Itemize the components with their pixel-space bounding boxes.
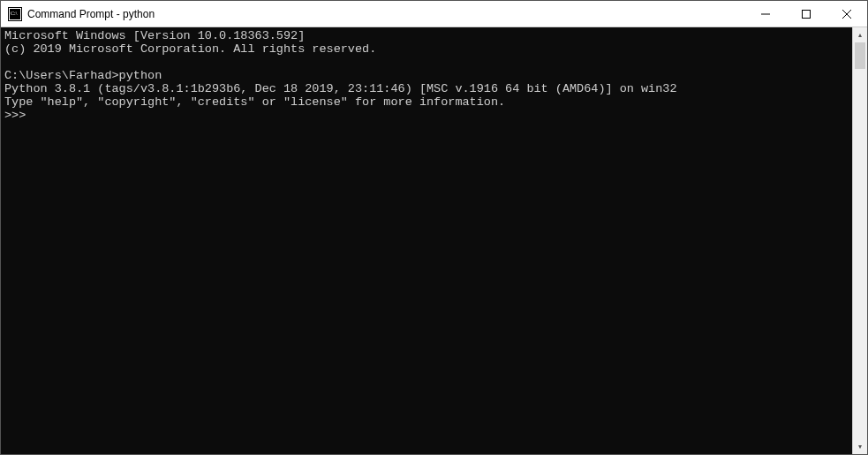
maximize-button[interactable] (786, 1, 826, 27)
close-button[interactable] (826, 1, 867, 27)
vertical-scrollbar[interactable]: ▴ ▾ (852, 27, 867, 454)
scroll-track[interactable] (853, 42, 867, 439)
terminal-line: (c) 2019 Microsoft Corporation. All righ… (4, 42, 376, 56)
terminal-line: C:\Users\Farhad>python (4, 69, 162, 82)
terminal-area: Microsoft Windows [Version 10.0.18363.59… (1, 27, 867, 454)
terminal-line: Microsoft Windows [Version 10.0.18363.59… (4, 29, 305, 42)
scroll-down-arrow-icon[interactable]: ▾ (853, 439, 867, 454)
command-prompt-window: C:\ Command Prompt - python Microsoft Wi… (0, 0, 868, 455)
titlebar[interactable]: C:\ Command Prompt - python (1, 1, 867, 27)
terminal-line: Python 3.8.1 (tags/v3.8.1:1b293b6, Dec 1… (4, 82, 677, 95)
terminal-prompt: >>> (4, 109, 26, 122)
terminal[interactable]: Microsoft Windows [Version 10.0.18363.59… (1, 27, 852, 454)
scroll-up-arrow-icon[interactable]: ▴ (853, 27, 867, 42)
scroll-thumb[interactable] (855, 42, 865, 69)
window-controls (745, 1, 867, 27)
minimize-button[interactable] (745, 1, 786, 27)
svg-text:C:\: C:\ (11, 11, 18, 16)
window-title: Command Prompt - python (27, 8, 745, 20)
svg-rect-5 (803, 10, 811, 18)
terminal-line: Type "help", "copyright", "credits" or "… (4, 95, 505, 109)
cmd-icon: C:\ (8, 7, 22, 21)
